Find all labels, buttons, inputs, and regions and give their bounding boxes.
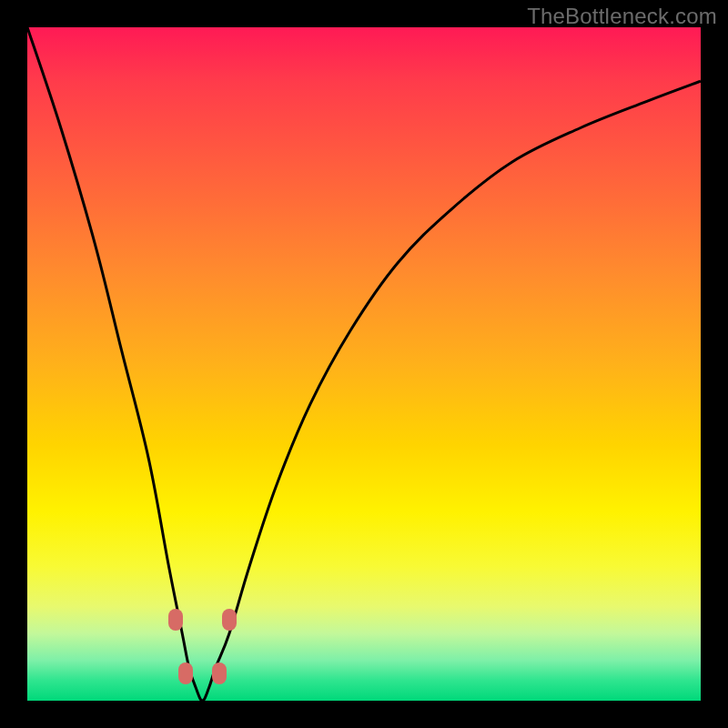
curve-marker	[168, 609, 183, 631]
curve-path	[27, 27, 701, 701]
plot-area	[27, 27, 701, 701]
curve-marker	[212, 662, 227, 684]
attribution-label: TheBottleneck.com	[527, 4, 717, 29]
curve-marker	[178, 662, 193, 684]
bottleneck-curve	[27, 27, 701, 701]
chart-frame: TheBottleneck.com	[0, 0, 728, 728]
curve-marker	[222, 609, 237, 631]
